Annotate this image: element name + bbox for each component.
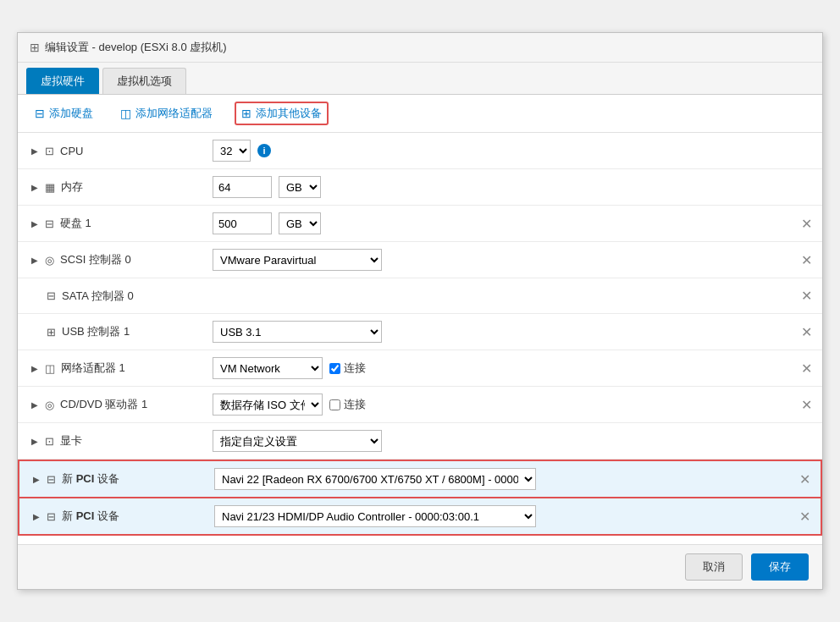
add-other-icon: ⊞	[241, 107, 251, 120]
cpu-info-icon[interactable]: i	[257, 144, 271, 157]
scsi0-expand-arrow[interactable]: ▶	[31, 256, 38, 265]
pci2-icon: ⊟	[47, 510, 56, 523]
memory-expand-arrow[interactable]: ▶	[31, 183, 38, 192]
harddisk1-delete[interactable]: ✕	[797, 216, 822, 232]
network1-expand-arrow[interactable]: ▶	[31, 364, 38, 373]
memory-row: ▶ ▦ 内存 GBMB ✕	[18, 169, 822, 206]
memory-label-text: 内存	[61, 179, 83, 195]
scsi0-label: ▶ ◎ SCSI 控制器 0	[18, 245, 204, 274]
usb1-icon: ⊞	[47, 326, 56, 339]
pci1-select[interactable]: Navi 22 [Radeon RX 6700/6700 XT/6750 XT …	[214, 468, 536, 490]
pci1-expand-arrow[interactable]: ▶	[33, 475, 40, 484]
display-label: ▶ ⊡ 显卡	[18, 427, 204, 455]
scsi0-row: ▶ ◎ SCSI 控制器 0 VMware Paravirtual LSI Lo…	[18, 242, 822, 278]
cpu-label-text: CPU	[60, 145, 83, 157]
cddvd1-delete[interactable]: ✕	[797, 397, 822, 413]
network1-label: ▶ ◫ 网络适配器 1	[18, 354, 204, 383]
sata0-row: ⊟ SATA 控制器 0 ✕	[18, 278, 822, 314]
hardware-list: ▶ ⊡ CPU 32 124 81664 i ✕ ▶ ▦ 内存	[18, 133, 822, 544]
scsi0-value: VMware Paravirtual LSI Logic SAS LSI Log…	[204, 242, 797, 278]
scsi0-label-text: SCSI 控制器 0	[60, 252, 131, 267]
usb1-label: ⊞ USB 控制器 1	[18, 317, 204, 346]
pci2-label-text: 新 PCI 设备	[62, 509, 119, 524]
harddisk1-value: GBMBTB	[204, 206, 797, 241]
tab-bar: 虚拟硬件 虚拟机选项	[18, 63, 822, 95]
pci2-label: ▶ ⊟ 新 PCI 设备	[19, 502, 206, 531]
memory-icon: ▦	[45, 181, 55, 194]
cddvd1-expand-arrow[interactable]: ▶	[31, 400, 38, 410]
display-expand-arrow[interactable]: ▶	[31, 437, 38, 446]
pci2-select[interactable]: Navi 21/23 HDMI/DP Audio Controller - 00…	[214, 505, 536, 527]
network1-value: VM Network vSwitch0 NAT 连接	[204, 350, 797, 386]
display-row: ▶ ⊡ 显卡 指定自定义设置 自动检测设置 ✕	[18, 423, 822, 460]
harddisk1-input[interactable]	[213, 212, 272, 234]
scsi0-select[interactable]: VMware Paravirtual LSI Logic SAS LSI Log…	[213, 249, 382, 271]
sata0-value	[204, 289, 797, 303]
pci1-icon: ⊟	[47, 473, 56, 486]
sata0-label: ⊟ SATA 控制器 0	[18, 282, 204, 311]
pci2-value: Navi 21/23 HDMI/DP Audio Controller - 00…	[206, 498, 795, 534]
cddvd1-row: ▶ ◎ CD/DVD 驱动器 1 数据存储 ISO 文件 客户端设备 主机设备 …	[18, 387, 822, 423]
harddisk1-label: ▶ ⊟ 硬盘 1	[18, 209, 204, 238]
harddisk1-unit-select[interactable]: GBMBTB	[279, 212, 321, 234]
save-button[interactable]: 保存	[751, 553, 809, 581]
usb1-select[interactable]: USB 3.1 USB 2.0 USB 3.2	[213, 321, 382, 343]
memory-unit-select[interactable]: GBMB	[279, 176, 321, 198]
display-select[interactable]: 指定自定义设置 自动检测设置	[213, 430, 382, 452]
sata0-delete[interactable]: ✕	[797, 288, 822, 304]
cddvd1-label: ▶ ◎ CD/DVD 驱动器 1	[18, 390, 204, 419]
harddisk1-expand-arrow[interactable]: ▶	[31, 219, 38, 228]
scsi0-delete[interactable]: ✕	[797, 252, 822, 268]
cddvd1-connect-label: 连接	[329, 397, 366, 412]
add-other-button[interactable]: ⊞ 添加其他设备	[235, 102, 329, 125]
usb1-delete[interactable]: ✕	[797, 324, 822, 340]
cddvd1-connect-checkbox[interactable]	[329, 399, 340, 410]
memory-input[interactable]	[213, 176, 272, 198]
network1-label-text: 网络适配器 1	[61, 361, 125, 376]
cpu-icon: ⊡	[45, 145, 54, 157]
cddvd1-select[interactable]: 数据存储 ISO 文件 客户端设备 主机设备	[213, 394, 323, 416]
pci1-label: ▶ ⊟ 新 PCI 设备	[19, 465, 206, 493]
cpu-select[interactable]: 32 124 81664	[213, 140, 251, 162]
network1-row: ▶ ◫ 网络适配器 1 VM Network vSwitch0 NAT 连接 ✕	[18, 350, 822, 387]
cddvd1-value: 数据存储 ISO 文件 客户端设备 主机设备 连接	[204, 387, 797, 422]
pci2-delete[interactable]: ✕	[795, 509, 821, 525]
sata0-icon: ⊟	[47, 289, 56, 302]
pci2-row: ▶ ⊟ 新 PCI 设备 Navi 21/23 HDMI/DP Audio Co…	[18, 498, 822, 536]
add-disk-button[interactable]: ⊟ 添加硬盘	[30, 103, 98, 124]
network1-icon: ◫	[45, 362, 55, 375]
add-disk-label: 添加硬盘	[49, 106, 93, 121]
cancel-button[interactable]: 取消	[685, 553, 743, 581]
usb1-row: ⊞ USB 控制器 1 USB 3.1 USB 2.0 USB 3.2 ✕	[18, 314, 822, 350]
usb1-value: USB 3.1 USB 2.0 USB 3.2	[204, 314, 797, 350]
network1-connect-checkbox[interactable]	[329, 363, 340, 374]
title-icon: ⊞	[30, 41, 40, 54]
tab-vm-options[interactable]: 虚拟机选项	[102, 68, 186, 94]
display-icon: ⊡	[45, 435, 54, 448]
memory-value: GBMB	[204, 169, 797, 205]
cddvd1-connect-text: 连接	[344, 397, 366, 412]
add-network-label: 添加网络适配器	[135, 106, 213, 121]
tab-virtual-hardware[interactable]: 虚拟硬件	[26, 68, 99, 94]
network1-delete[interactable]: ✕	[797, 361, 822, 377]
display-label-text: 显卡	[60, 433, 82, 449]
cpu-value: 32 124 81664 i	[204, 133, 797, 168]
usb1-label-text: USB 控制器 1	[62, 324, 130, 339]
cpu-expand-arrow[interactable]: ▶	[31, 146, 38, 156]
add-network-button[interactable]: ◫ 添加网络适配器	[115, 103, 218, 124]
toolbar: ⊟ 添加硬盘 ◫ 添加网络适配器 ⊞ 添加其他设备	[18, 95, 822, 133]
add-network-icon: ◫	[120, 107, 131, 120]
window-title: 编辑设置 - develop (ESXi 8.0 虚拟机)	[45, 40, 227, 55]
network1-connect-text: 连接	[344, 361, 366, 376]
main-window: ⊞ 编辑设置 - develop (ESXi 8.0 虚拟机) 虚拟硬件 虚拟机…	[17, 32, 823, 590]
cddvd1-icon: ◎	[45, 399, 54, 411]
harddisk1-row: ▶ ⊟ 硬盘 1 GBMBTB ✕	[18, 206, 822, 242]
pci2-expand-arrow[interactable]: ▶	[33, 512, 40, 521]
cpu-label: ▶ ⊡ CPU	[18, 138, 204, 164]
pci1-value: Navi 22 [Radeon RX 6700/6700 XT/6750 XT …	[206, 461, 795, 497]
add-other-label: 添加其他设备	[256, 106, 322, 121]
cddvd1-label-text: CD/DVD 驱动器 1	[60, 397, 147, 412]
network1-select[interactable]: VM Network vSwitch0 NAT	[213, 357, 323, 379]
display-value: 指定自定义设置 自动检测设置	[204, 423, 797, 459]
pci1-delete[interactable]: ✕	[795, 471, 821, 487]
